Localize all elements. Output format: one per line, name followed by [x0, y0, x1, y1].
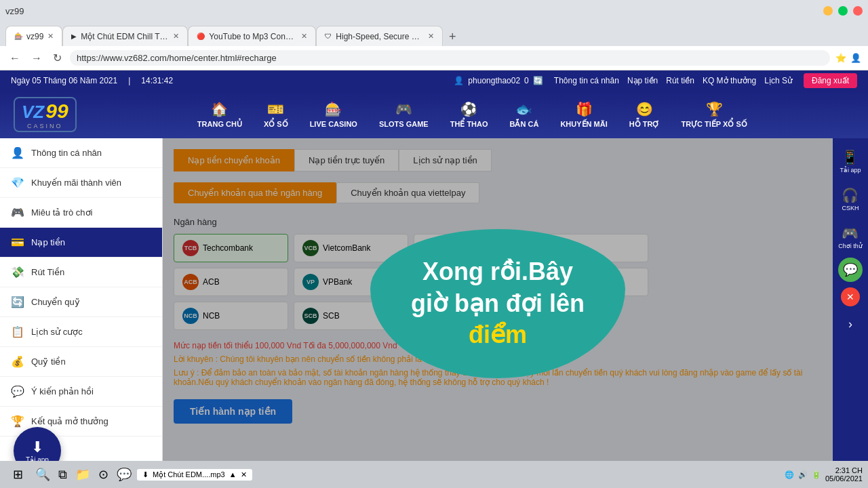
- top-nav-profile[interactable]: Thông tin cá nhân: [554, 76, 619, 85]
- nav-support[interactable]: 😊 HỖ TRỢ: [620, 96, 669, 134]
- download-expand-icon[interactable]: ▲: [229, 470, 237, 479]
- livechat-button[interactable]: 💬: [838, 258, 863, 282]
- live-lottery-icon: 🏆: [706, 101, 723, 117]
- username: phuongthao02: [468, 76, 520, 85]
- tab-label-vz99: vz99: [26, 32, 43, 41]
- sidebar-item-deposit[interactable]: 💳 Nạp tiền: [0, 228, 162, 258]
- download-app-icon: 📱: [842, 149, 859, 165]
- sidebar-item-bet-history[interactable]: 📋 Lịch sử cược: [0, 317, 162, 347]
- reload-button[interactable]: ↻: [50, 50, 64, 66]
- right-btn-cskh[interactable]: 🎧 CSKH: [839, 182, 861, 217]
- sidebar-item-fund[interactable]: 💰 Quỹ tiền: [0, 347, 162, 377]
- maximize-button[interactable]: [838, 6, 848, 16]
- tab-close-ytmp3[interactable]: ✕: [301, 32, 307, 41]
- nav-slots[interactable]: 🎮 SLOTS GAME: [370, 96, 438, 134]
- forward-button[interactable]: →: [28, 51, 45, 66]
- nav-live-lottery[interactable]: 🏆 TRỰC TIẾP XỔ SỐ: [671, 96, 756, 134]
- nav-slots-label: SLOTS GAME: [379, 120, 429, 128]
- top-navigation: Thông tin cá nhân Nạp tiền Rút tiền KQ M…: [554, 76, 793, 85]
- promo-icon: 🎁: [576, 101, 593, 117]
- sidebar-item-promotions[interactable]: 💎 Khuyến mãi thành viên: [0, 168, 162, 198]
- tab-close-vz99[interactable]: ✕: [47, 32, 54, 41]
- live-casino-icon: 🎰: [325, 101, 342, 117]
- tab-ytmp3[interactable]: 🔴 YouTube to Mp3 Converter ✕: [188, 26, 316, 46]
- tab-label-ytmp3: YouTube to Mp3 Converter: [209, 32, 297, 41]
- taskbar-search-icon[interactable]: 🔍: [33, 464, 53, 485]
- taskbar-apps-icon[interactable]: ⧉: [56, 465, 70, 485]
- tab-label-edm: Một Chút EDM Chill Thu Giản: [81, 32, 169, 41]
- nav-lottery-label: XỔ SỐ: [264, 120, 288, 129]
- bookmark-icon[interactable]: ⭐: [835, 53, 846, 63]
- user-icon: 👤: [454, 76, 464, 85]
- nav-support-label: HỖ TRỢ: [629, 120, 660, 129]
- download-bar: ⬇ Một Chút EDM....mp3 ▲ ✕: [137, 469, 252, 481]
- right-sidebar: 📱 Tải app 🎧 CSKH 🎮 Chơi thử 💬 ✕ ›: [833, 138, 868, 469]
- nav-fishing[interactable]: 🐟 BẮN CÁ: [500, 96, 549, 134]
- download-close-icon[interactable]: ✕: [241, 470, 247, 479]
- address-input[interactable]: [70, 50, 830, 66]
- top-nav-deposit[interactable]: Nạp tiền: [627, 76, 658, 85]
- taskbar-explorer-icon[interactable]: 📁: [73, 464, 93, 485]
- nav-live-casino[interactable]: 🎰 LIVE CASINO: [300, 96, 367, 134]
- main-nav: VZ 99 CASINO 🏠 TRANG CHỦ 🎫 XỔ SỐ 🎰 LIVE …: [0, 91, 868, 138]
- tab-favicon-vpn: 🛡: [325, 33, 332, 40]
- tab-label-vpn: High-Speed, Secure & Anony...: [336, 32, 424, 41]
- tab-bar: 🎰 vz99 ✕ ▶ Một Chút EDM Chill Thu Giản ✕…: [0, 22, 868, 46]
- tab-edm[interactable]: ▶ Một Chút EDM Chill Thu Giản ✕: [62, 26, 188, 46]
- feedback-sidebar-icon: 💬: [11, 385, 24, 398]
- volume-icon: 🔊: [798, 470, 808, 479]
- nav-fishing-label: BẮN CÁ: [510, 120, 539, 129]
- logout-button[interactable]: Đăng xuất: [804, 73, 857, 88]
- top-nav-results[interactable]: KQ Mở thưởng: [703, 76, 756, 85]
- bet-history-sidebar-icon: 📋: [11, 325, 24, 338]
- nav-sports[interactable]: ⚽ THỂ THAO: [441, 96, 498, 134]
- address-actions: ⭐ 👤: [835, 53, 861, 63]
- profile-icon[interactable]: 👤: [850, 53, 861, 63]
- sports-icon: ⚽: [460, 101, 477, 117]
- sidebar: 👤 Thông tin cá nhân 💎 Khuyến mãi thành v…: [0, 138, 163, 469]
- top-nav-withdraw[interactable]: Rút tiền: [666, 76, 694, 85]
- nav-home[interactable]: 🏠 TRANG CHỦ: [188, 96, 252, 134]
- sidebar-item-feedback[interactable]: 💬 Ý kiến phản hồi: [0, 377, 162, 407]
- lottery-icon: 🎫: [267, 101, 284, 117]
- content-wrapper: 👤 Thông tin cá nhân 💎 Khuyến mãi thành v…: [0, 138, 868, 469]
- sidebar-item-profile[interactable]: 👤 Thông tin cá nhân: [0, 138, 162, 168]
- top-nav-history[interactable]: Lịch Sử: [764, 76, 793, 85]
- date-display: Ngày 05 Tháng 06 Năm 2021: [11, 76, 117, 85]
- new-tab-button[interactable]: +: [443, 27, 462, 46]
- taskbar-chrome-icon[interactable]: ⊙: [96, 464, 111, 485]
- tab-vpn[interactable]: 🛡 High-Speed, Secure & Anony... ✕: [316, 26, 443, 46]
- slots-icon: 🎮: [395, 101, 412, 117]
- tab-close-edm[interactable]: ✕: [173, 32, 179, 41]
- sidebar-item-transfer[interactable]: 🔄 Chuyển quỹ: [0, 287, 162, 317]
- start-button[interactable]: ⊞: [5, 462, 30, 487]
- lottery-results-sidebar-icon: 🏆: [11, 415, 24, 428]
- arrow-icon: ›: [848, 317, 852, 331]
- close-button[interactable]: [853, 6, 863, 16]
- close-right-sidebar-button[interactable]: ✕: [841, 287, 860, 306]
- sidebar-label-deposit: Nạp tiền: [31, 237, 65, 247]
- tab-close-vpn[interactable]: ✕: [428, 32, 434, 41]
- back-button[interactable]: ←: [7, 51, 23, 66]
- taskbar-zalo-icon[interactable]: 💬: [114, 464, 134, 485]
- tab-vz99[interactable]: 🎰 vz99 ✕: [5, 26, 62, 46]
- popup-overlay[interactable]: Xong rồi.Bâygiờ bạn đợi lênđiểm: [163, 138, 833, 469]
- tab-favicon-vz99: 🎰: [14, 33, 22, 40]
- sidebar-label-transfer: Chuyển quỹ: [31, 297, 80, 307]
- nav-promo-label: KHUYẾN MÃI: [560, 120, 607, 129]
- withdraw-sidebar-icon: 💸: [11, 266, 24, 279]
- nav-sports-label: THỂ THAO: [450, 120, 488, 129]
- nav-promo[interactable]: 🎁 KHUYẾN MÃI: [551, 96, 616, 134]
- right-btn-try[interactable]: 🎮 Chơi thử: [835, 220, 865, 255]
- nav-lottery[interactable]: 🎫 XỔ SỐ: [254, 96, 298, 134]
- sidebar-item-withdraw[interactable]: 💸 Rút Tiền: [0, 258, 162, 287]
- minimize-button[interactable]: [823, 6, 833, 16]
- right-btn-app[interactable]: 📱 Tải app: [837, 144, 863, 179]
- sidebar-item-games[interactable]: 🎮 Miêu tả trò chơi: [0, 198, 162, 228]
- cskh-icon: 🎧: [842, 187, 859, 203]
- refresh-icon[interactable]: 🔄: [533, 76, 543, 85]
- right-arrow-button[interactable]: ›: [843, 312, 858, 337]
- sidebar-label-games: Miêu tả trò chơi: [31, 207, 92, 218]
- network-icon: 🌐: [785, 470, 794, 479]
- taskbar-system-tray: 🌐 🔊 🔋 2:31 CH 05/06/2021: [785, 466, 863, 483]
